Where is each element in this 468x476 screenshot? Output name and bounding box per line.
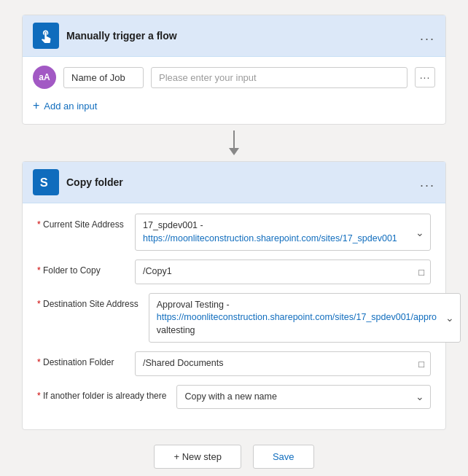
add-input-label: Add an input [44,101,97,112]
if-folder-row: * If another folder is already there Cop… [37,385,431,410]
connector-arrow [229,148,239,155]
add-input-button[interactable]: + Add an input [33,99,435,112]
copy-folder-body: * Current Site Address 17_spdev001 - htt… [23,203,445,429]
dest-folder-label: * Destination Folder [37,351,125,367]
save-button[interactable]: Save [253,445,314,469]
current-site-field[interactable]: 17_spdev001 - https://moonliteconstructi… [135,214,431,251]
folder-to-copy-value: /Copy1 [143,265,407,278]
connector [229,130,239,155]
current-site-label: * Current Site Address [37,214,125,230]
svg-text:S: S [40,176,48,189]
sharepoint-icon: S [38,174,54,190]
plus-icon: + [33,99,39,112]
dest-site-row: * Destination Site Address Approval Test… [37,293,431,343]
copy-folder-title: Copy folder [66,176,420,188]
current-site-line1: 17_spdev001 - [143,219,407,233]
folder-copy-icon: □ [418,266,424,277]
current-site-dropdown-icon: ⌄ [416,227,424,238]
dest-site-line2: https://moonliteconstruction.sharepoint.… [157,311,437,324]
dest-site-field[interactable]: Approval Testing - https://moonliteconst… [149,293,461,343]
folder-to-copy-label: * Folder to Copy [37,260,125,276]
current-site-line2: https://moonliteconstruction.sharepoint.… [143,233,407,246]
copy-folder-header: S Copy folder ... [23,162,445,203]
dest-folder-row: * Destination Folder /Shared Documents □ [37,351,431,376]
copy-folder-card: S Copy folder ... * Current Site Address… [22,161,446,430]
field-more-button[interactable]: ··· [415,67,435,87]
folder-to-copy-row: * Folder to Copy /Copy1 □ [37,260,431,284]
current-site-row: * Current Site Address 17_spdev001 - htt… [37,214,431,251]
avatar: aA [33,66,56,89]
connector-line [233,130,235,148]
bottom-bar: + New step Save [154,445,313,469]
dest-folder-field[interactable]: /Shared Documents □ [135,351,431,376]
dest-site-line1: Approval Testing - [157,299,437,312]
field-input[interactable]: Please enter your input [151,67,407,88]
trigger-title: Manually trigger a flow [66,30,420,42]
sharepoint-icon-box: S [33,169,59,195]
dest-folder-value: /Shared Documents [143,357,407,370]
dest-site-line3: valtesting [157,324,437,338]
dest-folder-copy-icon: □ [418,358,424,369]
trigger-more-button[interactable]: ... [420,28,435,44]
trigger-card: Manually trigger a flow ... aA Name of J… [22,15,446,125]
touch-icon [39,28,53,43]
if-folder-label: * If another folder is already there [37,385,166,401]
field-label: Name of Job [63,67,144,88]
dest-site-label: * Destination Site Address [37,293,139,309]
dest-site-dropdown-icon: ⌄ [445,312,454,324]
if-folder-dropdown-icon: ⌄ [416,391,424,402]
trigger-icon [33,23,59,49]
if-folder-value: Copy with a new name [184,391,407,404]
if-folder-field[interactable]: Copy with a new name ⌄ [176,385,431,410]
copy-folder-more-button[interactable]: ... [420,175,435,190]
trigger-card-header: Manually trigger a flow ... [23,15,445,57]
new-step-button[interactable]: + New step [154,445,241,469]
trigger-input-row: aA Name of Job Please enter your input ·… [33,66,435,89]
folder-to-copy-field[interactable]: /Copy1 □ [135,260,431,284]
trigger-body: aA Name of Job Please enter your input ·… [23,57,445,124]
